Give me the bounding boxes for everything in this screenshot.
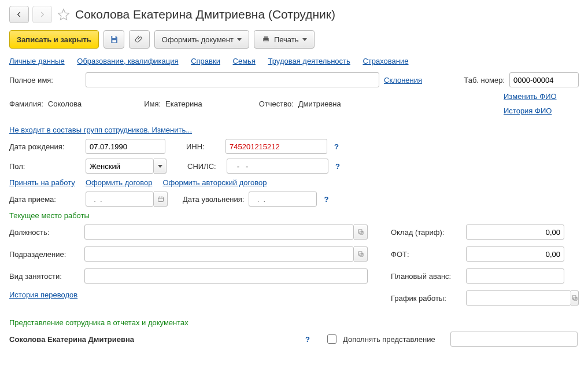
- save-button[interactable]: [103, 30, 124, 49]
- open-icon: [357, 251, 364, 257]
- schedule-label: График работы:: [391, 294, 460, 303]
- position-label: Должность:: [9, 228, 79, 237]
- contract-link[interactable]: Оформить договор: [86, 178, 153, 187]
- chevron-down-icon: [302, 38, 307, 41]
- department-open-button[interactable]: [354, 246, 368, 262]
- salary-input[interactable]: [466, 225, 564, 240]
- hire-date-label: Дата приема:: [9, 195, 81, 204]
- tab-family[interactable]: Семья: [233, 57, 256, 65]
- arrow-left-icon: [15, 10, 23, 19]
- nav-forward-button[interactable]: [32, 6, 52, 23]
- gender-label: Пол:: [9, 162, 81, 171]
- salary-label: Оклад (тариф):: [391, 228, 460, 237]
- last-name-label: Фамилия:: [9, 100, 43, 108]
- change-fio-link[interactable]: Изменить ФИО: [504, 92, 579, 101]
- tab-personal[interactable]: Личные данные: [9, 57, 65, 65]
- open-icon: [357, 229, 364, 236]
- svg-rect-3: [264, 36, 268, 38]
- supplement-repr-checkbox[interactable]: [327, 334, 336, 344]
- inn-input[interactable]: [225, 139, 327, 154]
- first-name-label: Имя:: [144, 100, 161, 108]
- chevron-down-icon: [158, 165, 162, 168]
- snils-label: СНИЛС:: [187, 162, 222, 171]
- svg-rect-8: [572, 296, 576, 299]
- patronymic-label: Отчество:: [259, 100, 294, 108]
- declension-link[interactable]: Склонения: [384, 76, 422, 84]
- create-document-button[interactable]: Оформить документ: [154, 30, 249, 49]
- gender-dropdown-button[interactable]: [154, 159, 167, 174]
- inn-help[interactable]: ?: [334, 142, 339, 151]
- open-icon: [571, 295, 578, 301]
- svg-rect-4: [264, 41, 268, 42]
- snils-help[interactable]: ?: [335, 162, 340, 171]
- tab-education[interactable]: Образование, квалификация: [77, 57, 178, 65]
- department-label: Подразделение:: [9, 250, 79, 259]
- printer-icon: [261, 35, 271, 44]
- full-name-label: Полное имя:: [9, 76, 81, 84]
- birthdate-input[interactable]: [86, 139, 165, 154]
- section-tabs: Личные данные Образование, квалификация …: [9, 57, 579, 65]
- term-date-label: Дата увольнения:: [183, 195, 244, 204]
- author-contract-link[interactable]: Оформить авторский договор: [162, 178, 267, 187]
- schedule-input[interactable]: [466, 290, 571, 306]
- page-title: Соколова Екатерина Дмитриевна (Сотрудник…: [75, 8, 335, 21]
- history-transfers-link[interactable]: История переводов: [9, 290, 77, 299]
- attach-button[interactable]: [129, 30, 150, 49]
- position-input[interactable]: [84, 225, 354, 240]
- create-document-label: Оформить документ: [162, 35, 234, 44]
- advance-input[interactable]: [466, 268, 564, 284]
- current-job-header: Текущее место работы: [9, 211, 579, 220]
- first-name-value: Екатерина: [165, 100, 202, 108]
- paperclip-icon: [135, 35, 144, 44]
- nav-back-button[interactable]: [9, 6, 29, 23]
- tab-number-input[interactable]: [509, 72, 579, 87]
- advance-label: Плановый аванс:: [391, 272, 460, 281]
- save-close-button[interactable]: Записать и закрыть: [9, 30, 99, 49]
- snils-input[interactable]: [227, 159, 328, 174]
- patronymic-value: Дмитриевна: [298, 100, 341, 108]
- print-button[interactable]: Печать: [254, 30, 315, 49]
- tab-labor[interactable]: Трудовая деятельность: [268, 57, 350, 65]
- emptype-input[interactable]: [84, 268, 368, 284]
- position-open-button[interactable]: [354, 225, 368, 240]
- tab-insurance[interactable]: Страхование: [363, 57, 408, 65]
- tab-certs[interactable]: Справки: [191, 57, 220, 65]
- term-date-input[interactable]: [249, 192, 317, 207]
- hire-date-calendar-button[interactable]: [154, 192, 168, 207]
- supplement-repr-input[interactable]: [450, 332, 578, 347]
- print-label: Печать: [274, 35, 299, 44]
- last-name-value: Соколова: [48, 100, 82, 108]
- arrow-right-icon: [38, 10, 46, 19]
- birthdate-label: Дата рождения:: [9, 142, 81, 151]
- supplement-repr-label: Дополнять представление: [343, 335, 435, 344]
- representation-value: Соколова Екатерина Дмитриевна: [9, 335, 298, 344]
- emptype-label: Вид занятости:: [9, 272, 79, 281]
- favorite-star[interactable]: [56, 6, 72, 23]
- inn-label: ИНН:: [186, 142, 221, 151]
- hire-link[interactable]: Принять на работу: [9, 178, 75, 187]
- representation-header: Представление сотрудника в отчетах и док…: [9, 318, 579, 327]
- representation-help[interactable]: ?: [305, 335, 310, 344]
- fot-label: ФОТ:: [391, 250, 460, 259]
- svg-rect-1: [112, 40, 116, 42]
- department-input[interactable]: [84, 246, 354, 262]
- tab-number-label: Таб. номер:: [464, 76, 505, 84]
- star-icon: [57, 8, 70, 21]
- chevron-down-icon: [237, 38, 242, 41]
- fot-input[interactable]: [466, 246, 564, 262]
- schedule-open-button[interactable]: [571, 290, 579, 306]
- term-date-help[interactable]: ?: [324, 195, 328, 204]
- full-name-input[interactable]: [86, 72, 379, 87]
- gender-select[interactable]: [86, 159, 154, 174]
- history-fio-link[interactable]: История ФИО: [504, 106, 579, 115]
- svg-rect-6: [358, 230, 362, 233]
- svg-rect-7: [358, 252, 362, 255]
- hire-date-input[interactable]: [86, 192, 154, 207]
- groups-link[interactable]: Не входит в составы групп сотрудников. И…: [9, 126, 192, 134]
- svg-rect-0: [112, 36, 115, 38]
- calendar-icon: [157, 196, 164, 203]
- floppy-icon: [109, 35, 119, 44]
- svg-rect-5: [158, 197, 163, 202]
